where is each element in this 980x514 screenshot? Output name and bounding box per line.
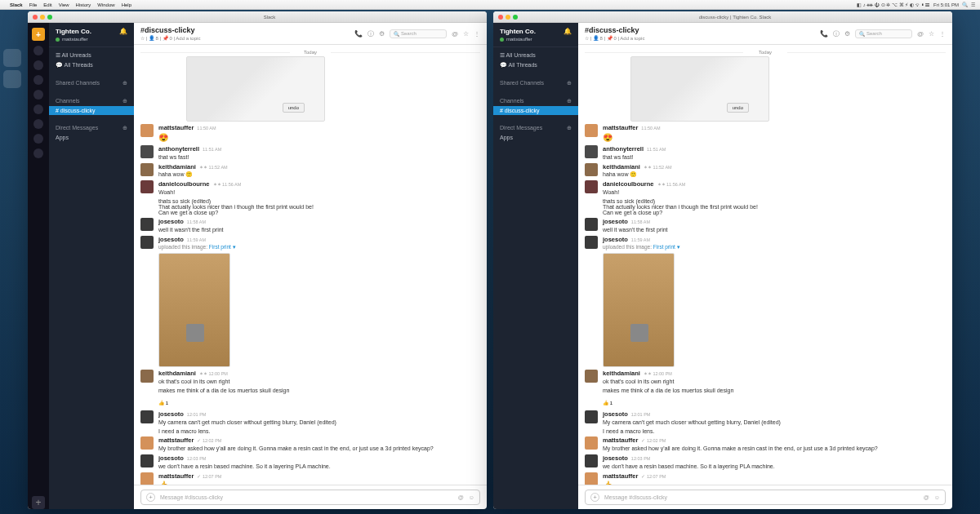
- mention-icon[interactable]: @: [458, 494, 464, 500]
- avatar[interactable]: [585, 370, 598, 383]
- menu-help[interactable]: Help: [122, 2, 131, 7]
- avatar[interactable]: [140, 145, 154, 158]
- workspace-dot[interactable]: [33, 75, 43, 85]
- sidebar-channel-discuss-clicky[interactable]: # discuss-clicky: [49, 106, 134, 115]
- message[interactable]: josesoto12:03 PMwe don't have a resin ba…: [140, 454, 480, 470]
- avatar[interactable]: [585, 218, 598, 231]
- settings-icon[interactable]: ⚙: [844, 30, 850, 38]
- image-keyboard[interactable]: [186, 56, 325, 122]
- image-first-print[interactable]: [603, 253, 675, 367]
- message[interactable]: mattstauffer✓ 12:07 PM👍: [585, 472, 946, 485]
- workspace-dot[interactable]: [33, 90, 43, 100]
- bell-icon[interactable]: 🔔: [119, 28, 127, 35]
- star-icon[interactable]: ☆: [463, 30, 469, 38]
- sidebar-all-threads[interactable]: 💬 All Threads: [500, 60, 572, 70]
- reaction[interactable]: 👍 1: [603, 400, 612, 405]
- attach-button[interactable]: +: [590, 493, 599, 502]
- dock-item[interactable]: [3, 49, 21, 67]
- sidebar-channels-h[interactable]: Channels⊕: [56, 98, 127, 104]
- star-icon[interactable]: ☆: [929, 30, 934, 38]
- workspace-header[interactable]: Tighten Co.🔔 mattstauffer: [493, 23, 578, 47]
- avatar[interactable]: [585, 236, 598, 249]
- avatar[interactable]: [140, 436, 154, 450]
- avatar[interactable]: [585, 472, 598, 485]
- sidebar-channels-h[interactable]: Channels⊕: [500, 98, 572, 104]
- titlebar[interactable]: discuss-clicky | Tighten Co. Slack: [493, 11, 952, 23]
- message[interactable]: keithdamiani✶✶ 12:00 PMok that's cool in…: [585, 370, 946, 385]
- message[interactable]: mattstauffer✓ 12:02 PMMy brother asked h…: [140, 436, 480, 452]
- menu-window[interactable]: Window: [97, 2, 114, 7]
- app-name[interactable]: Slack: [10, 2, 23, 7]
- message-list[interactable]: Today mattstauffer11:50 AM😍 anthonyterre…: [578, 45, 952, 485]
- workspace-dot[interactable]: [33, 119, 43, 129]
- search-input[interactable]: 🔍Search: [855, 29, 912, 38]
- message[interactable]: josesoto11:58 AMwell it wasn't the first…: [140, 218, 480, 233]
- message-list[interactable]: Today mattstauffer11:50 AM😍 anthonyterre…: [134, 45, 487, 485]
- message[interactable]: keithdamiani✶✶ 11:52 AMhaha wow 🙂: [140, 163, 480, 179]
- avatar[interactable]: [585, 163, 598, 176]
- more-icon[interactable]: ⋮: [474, 30, 480, 38]
- message[interactable]: danielcoulbourne✶✶ 11:56 AMWoah!: [140, 180, 480, 196]
- avatar[interactable]: [140, 472, 154, 485]
- message[interactable]: mattstauffer✓ 12:07 PM👍: [140, 472, 480, 485]
- avatar[interactable]: [585, 410, 598, 423]
- workspace-dot[interactable]: [33, 148, 43, 158]
- info-icon[interactable]: ⓘ: [833, 29, 840, 38]
- channel-title[interactable]: #discuss-clicky: [140, 26, 200, 34]
- spotlight-icon[interactable]: 🔍: [962, 2, 968, 7]
- avatar[interactable]: [140, 180, 154, 193]
- mentions-icon[interactable]: @: [452, 30, 458, 38]
- menu-edit[interactable]: Edit: [43, 2, 51, 7]
- minimize-icon[interactable]: [40, 15, 45, 20]
- channel-meta[interactable]: ☆ | 👤 8 | 📌 0 | Add a topic: [140, 35, 200, 41]
- avatar[interactable]: [140, 410, 154, 423]
- dock-item[interactable]: [3, 70, 21, 88]
- sidebar-all-unreads[interactable]: ☰ All Unreads: [56, 51, 127, 60]
- message[interactable]: danielcoulbourne✶✶ 11:56 AMWoah!: [585, 180, 946, 196]
- avatar[interactable]: [585, 454, 598, 467]
- menu-history[interactable]: History: [76, 2, 91, 7]
- avatar[interactable]: [585, 145, 598, 158]
- add-workspace-button[interactable]: +: [32, 496, 45, 509]
- sidebar-dm-h[interactable]: Direct Messages⊕: [56, 125, 127, 131]
- zoom-icon[interactable]: [47, 15, 52, 20]
- info-icon[interactable]: ⓘ: [368, 29, 374, 38]
- avatar[interactable]: [140, 454, 154, 467]
- avatar[interactable]: [585, 436, 598, 450]
- message[interactable]: keithdamiani✶✶ 11:52 AMhaha wow 🙂: [585, 163, 946, 179]
- close-icon[interactable]: [33, 15, 38, 20]
- zoom-icon[interactable]: [513, 15, 518, 20]
- status-icons[interactable]: ◧ ♪ ᚔ ⏻ ⊙ ✲ ⌥ ⌘ ⚡︎ ◐ ᯤ ▮ ☰: [857, 2, 930, 7]
- avatar[interactable]: [585, 180, 598, 193]
- channel-meta[interactable]: ☆ | 👤 8 | 📌 0 | Add a topic: [585, 35, 644, 41]
- call-icon[interactable]: 📞: [820, 30, 828, 38]
- workspace-icon[interactable]: +: [32, 28, 45, 41]
- notification-center-icon[interactable]: ☰: [971, 2, 975, 7]
- attachment-title[interactable]: First print ▾: [653, 244, 680, 250]
- more-icon[interactable]: ⋮: [939, 30, 946, 38]
- message[interactable]: josesoto11:58 AMwell it wasn't the first…: [585, 218, 946, 233]
- message[interactable]: keithdamiani✶✶ 12:00 PMok that's cool in…: [140, 370, 480, 385]
- avatar[interactable]: [140, 370, 154, 383]
- avatar[interactable]: [140, 236, 154, 249]
- emoji-icon[interactable]: ☺: [934, 494, 940, 500]
- image-keyboard[interactable]: [630, 56, 769, 122]
- sidebar-all-threads[interactable]: 💬 All Threads: [56, 60, 127, 70]
- sidebar-channel-discuss-clicky[interactable]: # discuss-clicky: [493, 106, 578, 115]
- avatar[interactable]: [585, 124, 598, 137]
- message[interactable]: josesoto11:59 AMuploaded this image: Fir…: [140, 236, 480, 250]
- message[interactable]: josesoto12:01 PMMy camera can't get much…: [140, 410, 480, 426]
- attach-button[interactable]: +: [146, 493, 155, 502]
- sidebar-apps[interactable]: Apps: [56, 133, 127, 142]
- reaction[interactable]: 👍 1: [158, 400, 168, 405]
- workspace-header[interactable]: Tighten Co.🔔 mattstauffer: [49, 23, 134, 47]
- menu-file[interactable]: File: [29, 2, 38, 7]
- mention-icon[interactable]: @: [924, 494, 929, 500]
- sidebar-apps[interactable]: Apps: [500, 133, 572, 142]
- sidebar-dm-h[interactable]: Direct Messages⊕: [500, 125, 572, 131]
- sidebar-all-unreads[interactable]: ☰ All Unreads: [500, 51, 572, 60]
- message[interactable]: josesoto12:01 PMMy camera can't get much…: [585, 410, 946, 426]
- avatar[interactable]: [140, 124, 154, 137]
- message[interactable]: josesoto12:03 PMwe don't have a resin ba…: [585, 454, 946, 470]
- channel-title[interactable]: #discuss-clicky: [585, 26, 644, 34]
